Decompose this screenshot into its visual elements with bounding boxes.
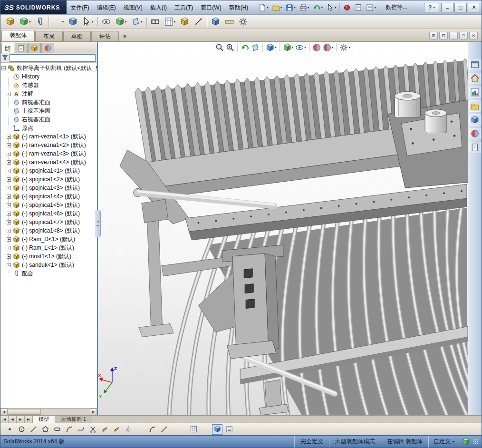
insert-components-button[interactable]: ▾ bbox=[17, 15, 33, 28]
tree-item[interactable]: History bbox=[0, 72, 97, 81]
section-view-button[interactable] bbox=[251, 43, 260, 52]
tree-item[interactable]: 原点 bbox=[0, 124, 97, 132]
expand-box[interactable]: + bbox=[7, 169, 11, 173]
mate-button[interactable] bbox=[33, 15, 47, 28]
options-button[interactable]: ▾ bbox=[364, 2, 378, 13]
tree-item[interactable]: +(-) spojnica1<5> (默认) bbox=[0, 201, 97, 209]
dropdown-arrow-icon[interactable]: ▾ bbox=[374, 6, 376, 10]
show-hidden-components-button[interactable] bbox=[99, 15, 113, 28]
new-motion-study-button[interactable] bbox=[148, 15, 162, 28]
sketch-polygon-button[interactable] bbox=[40, 424, 50, 435]
shaded-sketch-contours-button[interactable] bbox=[212, 424, 222, 435]
explode-line-sketch-button[interactable] bbox=[192, 15, 205, 28]
tab-layout[interactable]: 布局 bbox=[35, 31, 63, 41]
dropdown-arrow-icon[interactable]: ▾ bbox=[125, 20, 127, 24]
menu-item-1[interactable]: 编辑(E) bbox=[93, 1, 120, 14]
snap-options-button[interactable] bbox=[200, 424, 211, 435]
menu-item-5[interactable]: 窗口(W) bbox=[197, 1, 225, 14]
mass-properties-button[interactable] bbox=[236, 15, 250, 28]
expand-box[interactable]: + bbox=[7, 177, 11, 182]
assembly-features-button[interactable]: ▾ bbox=[113, 15, 129, 28]
expand-box[interactable]: + bbox=[7, 229, 11, 233]
doc-close-button[interactable]: ✕ bbox=[469, 32, 478, 39]
sketch-arc-button[interactable] bbox=[64, 424, 74, 435]
help-button[interactable]: ? ▾ bbox=[424, 3, 439, 12]
dropdown-arrow-icon[interactable]: ▾ bbox=[280, 6, 282, 10]
pane-split-left-button[interactable]: ⊞ bbox=[429, 32, 438, 39]
expand-box[interactable]: + bbox=[7, 237, 11, 242]
exploded-view-button[interactable] bbox=[178, 15, 192, 28]
dropdown-arrow-icon[interactable]: ▾ bbox=[174, 20, 176, 24]
view-palette-button[interactable] bbox=[469, 87, 481, 98]
sketch-line-button[interactable] bbox=[28, 424, 39, 435]
interference-detection-button[interactable] bbox=[209, 15, 222, 28]
study-nav-button-0[interactable]: |◀ bbox=[0, 416, 9, 423]
configuration-manager-tab[interactable] bbox=[28, 43, 41, 53]
property-manager-tab[interactable] bbox=[15, 43, 28, 53]
task-pane-home-button[interactable] bbox=[469, 59, 481, 70]
dropdown-arrow-icon[interactable]: ▾ bbox=[304, 46, 306, 49]
tree-item[interactable]: +(-) Ram_D<1> (默认) bbox=[0, 235, 97, 243]
tree-item[interactable]: 传感器 bbox=[0, 81, 97, 89]
linear-sketch-pattern-button[interactable] bbox=[135, 424, 145, 435]
filter-input[interactable] bbox=[10, 54, 96, 62]
zoom-fit-button[interactable] bbox=[215, 43, 224, 52]
status-custom-button[interactable]: 自定义 ▾ bbox=[428, 436, 459, 448]
view-settings-button[interactable]: ▾ bbox=[339, 43, 351, 52]
bill-of-materials-button[interactable]: ▾ bbox=[162, 15, 178, 28]
edit-appearance-button[interactable] bbox=[312, 43, 321, 52]
appearances-scenes-button[interactable] bbox=[469, 128, 481, 139]
tree-item[interactable]: +(-) most1<1> (默认) bbox=[0, 252, 97, 261]
dropdown-arrow-icon[interactable]: ▾ bbox=[141, 20, 143, 24]
design-library-button[interactable] bbox=[469, 100, 481, 112]
convert-entities-button[interactable] bbox=[99, 424, 110, 435]
minimize-button[interactable]: – bbox=[441, 3, 453, 12]
expand-box[interactable]: + bbox=[7, 263, 11, 267]
sketch-trim-button[interactable] bbox=[87, 424, 98, 435]
menu-item-6[interactable]: 帮助(H) bbox=[225, 1, 252, 14]
tree-item[interactable]: +(-) spojnica1<8> (默认) bbox=[0, 226, 97, 235]
expand-box[interactable]: + bbox=[7, 92, 11, 96]
expand-box[interactable]: + bbox=[7, 160, 11, 165]
select-button[interactable]: ▾ bbox=[325, 2, 338, 13]
dropdown-arrow-icon[interactable]: ▾ bbox=[267, 6, 269, 10]
toolbar-overflow-button[interactable]: » bbox=[123, 33, 126, 41]
tree-item[interactable]: +(-) ram-vezna1<4> (默认) bbox=[0, 158, 97, 166]
tree-root-item[interactable]: −数控等离子切割机 (默认<默认_显 bbox=[0, 64, 97, 72]
tree-item[interactable]: 上视基准面 bbox=[0, 107, 97, 115]
dropdown-arrow-icon[interactable]: ▾ bbox=[332, 46, 334, 49]
resize-grip[interactable] bbox=[473, 439, 479, 445]
save-button[interactable]: ▾ bbox=[284, 2, 298, 13]
study-nav-button-2[interactable]: ▶ bbox=[17, 416, 25, 423]
tree-horizontal-scrollbar[interactable]: ◀ ▶ bbox=[0, 408, 97, 415]
dropdown-arrow-icon[interactable]: ▾ bbox=[62, 20, 64, 24]
zoom-area-button[interactable] bbox=[225, 43, 235, 52]
study-nav-button-3[interactable]: ▶| bbox=[25, 416, 33, 423]
feature-manager-tab[interactable] bbox=[1, 43, 14, 53]
tree-item[interactable]: +注解 bbox=[0, 89, 97, 98]
new-document-button[interactable]: ▾ bbox=[257, 2, 270, 13]
file-properties-button[interactable] bbox=[353, 2, 364, 13]
tab-evaluate[interactable]: 评估 bbox=[91, 31, 119, 41]
move-component-button[interactable]: ▾ bbox=[80, 15, 96, 28]
tree-item[interactable]: +(-) spojnica1<4> (默认) bbox=[0, 192, 97, 201]
close-button[interactable]: ✕ bbox=[468, 3, 480, 12]
scroll-thumb[interactable] bbox=[8, 409, 41, 415]
edit-component-button[interactable] bbox=[3, 15, 17, 28]
reference-geometry-button[interactable]: ▾ bbox=[129, 15, 145, 28]
tab-motion-study-1[interactable]: 运动算例 1 bbox=[55, 416, 92, 423]
previous-view-button[interactable] bbox=[240, 43, 250, 52]
sketch-slot-button[interactable] bbox=[52, 424, 62, 435]
tab-sketch[interactable]: 草图 bbox=[63, 31, 91, 41]
expand-box[interactable]: + bbox=[7, 212, 11, 216]
scroll-track[interactable] bbox=[41, 409, 90, 415]
tree-item[interactable]: +(-) Ram_L<1> (默认) bbox=[0, 243, 97, 252]
expand-box[interactable]: + bbox=[7, 254, 11, 259]
rebuild-button[interactable] bbox=[341, 2, 353, 13]
hide-show-items-button[interactable]: ▾ bbox=[295, 43, 307, 52]
tree-item[interactable]: +(-) spojnica1<6> (默认) bbox=[0, 209, 97, 218]
sketch-chamfer-button[interactable] bbox=[159, 424, 169, 435]
collapse-box[interactable]: − bbox=[1, 66, 6, 70]
mirror-entities-button[interactable] bbox=[123, 424, 134, 435]
tree-item[interactable]: +(-) spojnica1<2> (默认) bbox=[0, 175, 97, 184]
